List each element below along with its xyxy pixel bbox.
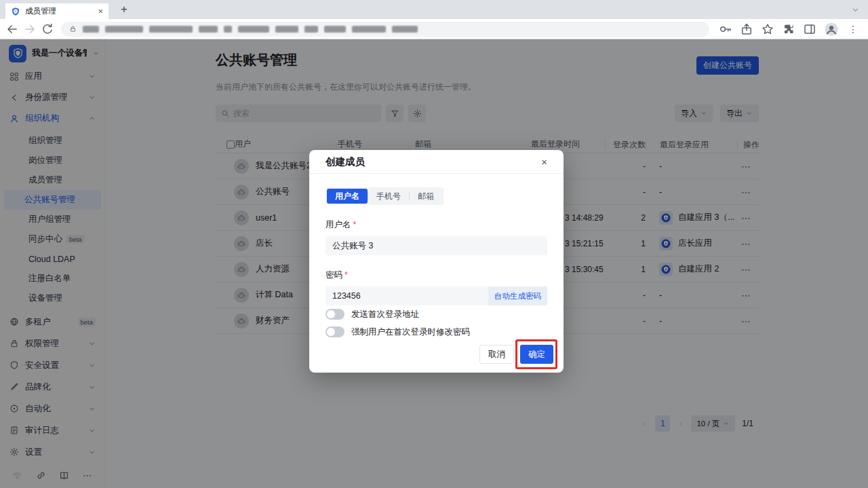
side-panel-icon[interactable]	[803, 22, 816, 36]
confirm-button[interactable]: 确定	[520, 345, 553, 364]
forward-button[interactable]	[23, 22, 37, 36]
tab-title: 成员管理	[25, 6, 93, 16]
tab-用户名[interactable]: 用户名	[327, 189, 368, 204]
tab-close-icon[interactable]: ×	[98, 7, 103, 16]
modal-close-icon[interactable]: ×	[541, 157, 547, 167]
force-password-change-toggle-row: 强制用户在首次登录时修改密码	[326, 323, 547, 341]
redacted-url-block	[392, 26, 418, 33]
redacted-url-block	[324, 26, 346, 33]
redacted-url-block	[149, 26, 193, 33]
required-asterisk: *	[344, 270, 348, 280]
tab-favicon-shield-icon	[11, 7, 20, 16]
key-icon[interactable]	[719, 22, 732, 36]
username-field[interactable]: 公共账号 3	[326, 236, 547, 255]
lock-icon	[69, 25, 77, 33]
browser-tab-strip: 成员管理 × +	[0, 0, 868, 19]
address-bar[interactable]	[61, 22, 709, 37]
profile-avatar[interactable]	[824, 22, 839, 37]
browser-toolbar: ⋮	[0, 19, 868, 39]
tab-手机号[interactable]: 手机号	[368, 189, 409, 204]
back-button[interactable]	[5, 22, 19, 36]
bookmark-star-icon[interactable]	[761, 22, 774, 36]
share-icon[interactable]	[740, 22, 753, 36]
redacted-url-block	[83, 26, 99, 33]
new-tab-button[interactable]: +	[117, 2, 132, 17]
account-type-tabs: 用户名手机号邮箱	[326, 187, 443, 205]
required-asterisk: *	[353, 220, 357, 229]
redacted-url-block	[199, 26, 218, 33]
redacted-url-block	[224, 26, 232, 33]
send-first-login-toggle-row: 发送首次登录地址	[326, 305, 547, 323]
password-label: 密码*	[326, 269, 547, 281]
username-label: 用户名*	[326, 219, 547, 231]
redacted-url-block	[105, 26, 143, 33]
force-password-change-toggle[interactable]	[326, 326, 344, 337]
tab-邮箱[interactable]: 邮箱	[410, 189, 442, 204]
cancel-button[interactable]: 取消	[479, 345, 514, 364]
send-first-login-toggle[interactable]	[326, 309, 344, 320]
reload-button[interactable]	[41, 22, 54, 36]
auto-generate-password-button[interactable]: 自动生成密码	[488, 286, 547, 305]
redacted-url-block	[304, 26, 318, 33]
password-field[interactable]: 123456	[326, 286, 488, 305]
browser-tab[interactable]: 成员管理 ×	[5, 3, 108, 19]
redacted-url-block	[352, 26, 386, 33]
create-member-modal: 创建成员 × 用户名手机号邮箱 用户名* 公共账号 3 密码* 123456 自…	[309, 150, 564, 373]
browser-menu-icon[interactable]: ⋮	[846, 22, 860, 36]
redacted-url-block	[238, 26, 269, 33]
extensions-puzzle-icon[interactable]	[782, 22, 795, 36]
redacted-url-block	[275, 26, 298, 33]
tab-strip-chevron-down-icon[interactable]	[851, 5, 860, 14]
modal-title: 创建成员	[326, 155, 365, 168]
